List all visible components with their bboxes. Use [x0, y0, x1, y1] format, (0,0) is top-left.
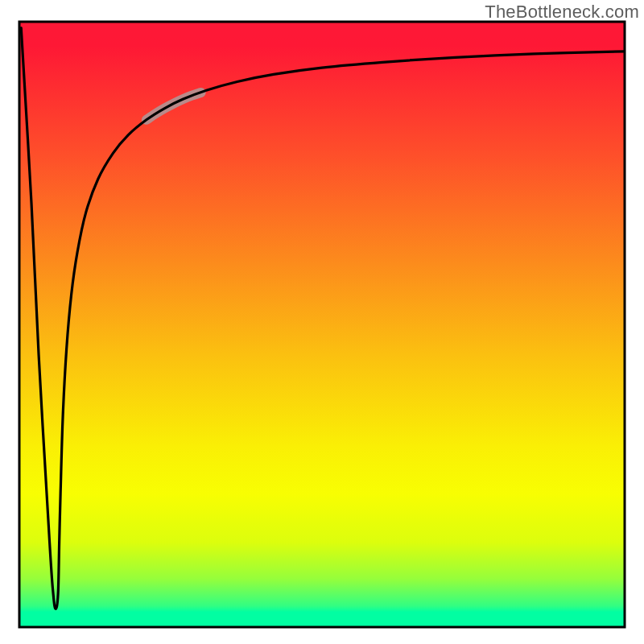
bottleneck-chart — [0, 0, 644, 644]
chart-container: TheBottleneck.com — [0, 0, 644, 644]
heatmap-background — [19, 22, 625, 627]
watermark-label: TheBottleneck.com — [485, 2, 639, 23]
